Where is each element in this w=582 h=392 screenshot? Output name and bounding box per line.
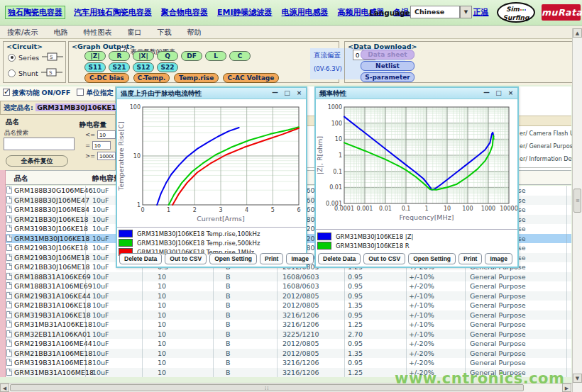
circuit-box: <Circuit> SeriesSShuntS	[3, 41, 66, 83]
menu-item-3[interactable]: 特性图表	[83, 28, 111, 38]
scroll-right-icon[interactable]: ▶	[562, 383, 571, 392]
graph-button-s11[interactable]: S11	[84, 62, 106, 72]
partname-search-input[interactable]	[4, 138, 75, 150]
scroll-up-icon[interactable]: ▲	[573, 28, 582, 38]
circuit-option-shunt[interactable]: ShuntS	[8, 67, 62, 79]
image-button[interactable]: Image	[286, 253, 314, 264]
language-select[interactable]: Chinese	[410, 6, 460, 18]
svg-text:1: 1	[424, 206, 428, 212]
cell-thick: 0.95	[348, 340, 363, 347]
svg-text:6: 6	[297, 207, 300, 213]
delete-data-button[interactable]: Delete Data	[318, 253, 361, 264]
graph-button-s22[interactable]: S22	[157, 62, 178, 72]
cell-volt: 10	[158, 301, 166, 309]
cell-gp: General Purpose	[470, 349, 526, 357]
circuit-title: <Circuit>	[6, 43, 43, 50]
graph-button-c-dc-bias[interactable]: C-DC bias	[84, 73, 129, 83]
language-dropdown-arrow-icon[interactable]: ▼	[460, 6, 472, 18]
graph-button-s21[interactable]: S21	[109, 62, 130, 72]
cell-thick: 0.95	[348, 311, 363, 319]
vertical-scrollbar[interactable]: ▲ ≡ ▼	[572, 28, 582, 392]
document-icon	[6, 225, 12, 232]
maximize-icon[interactable]: □	[282, 89, 292, 97]
nav-link-5[interactable]: 电源用电感器	[282, 7, 329, 18]
cell-size: 3216/1206	[282, 320, 319, 328]
print-button[interactable]: Print	[459, 253, 482, 264]
cell-gp: General Purpose	[470, 311, 526, 319]
menu-item-4[interactable]: 窗口	[127, 28, 141, 38]
nav-link-4[interactable]: EMI静噪滤波器	[217, 7, 273, 18]
out-to-csv-button[interactable]: Out to CSV	[363, 253, 405, 264]
horizontal-scroll-thumb[interactable]: ⁞⁞	[10, 384, 524, 391]
graph-button--x-[interactable]: |X|	[133, 51, 154, 61]
document-icon	[6, 301, 12, 308]
svg-text:Current[Arms]: Current[Arms]	[197, 215, 245, 223]
scroll-left-icon[interactable]: ◀	[0, 383, 9, 392]
cap-filter-input[interactable]	[92, 141, 111, 150]
document-icon	[6, 186, 12, 194]
minimize-icon[interactable]: ー	[482, 89, 491, 97]
scroll-down-icon[interactable]: ▼	[573, 374, 582, 383]
horizontal-scrollbar[interactable]: ◀ ⁞⁞ ▶	[0, 383, 572, 392]
cell-temp: B	[226, 359, 231, 366]
open-setting-button[interactable]: Open Setting	[408, 253, 456, 264]
frequency-chart-window: 频率特性 ー□× 0.0010.010.111010010000.00010.0…	[314, 86, 519, 268]
cell-volt: 10	[158, 349, 166, 357]
graph-button-q[interactable]: Q	[157, 51, 178, 61]
download-button-data-sheet: Data sheet	[361, 50, 414, 60]
cell-gp: General Purpose	[470, 273, 526, 281]
graph-button-r[interactable]: R	[109, 51, 130, 61]
graph-button-c[interactable]: C	[229, 51, 251, 61]
svg-text:0.0001: 0.0001	[334, 206, 354, 212]
menu-item-5[interactable]: 下载	[157, 28, 171, 38]
graph-button-temp-rise[interactable]: Temp.rise	[174, 73, 219, 83]
maximize-icon[interactable]: □	[494, 89, 503, 97]
graph-button-l[interactable]: L	[205, 51, 226, 61]
vertical-scroll-thumb[interactable]: ≡	[573, 189, 581, 213]
window-titlebar[interactable]: 频率特性 ー□×	[316, 88, 517, 99]
menu-item-6[interactable]: 帮助	[187, 28, 201, 38]
column-header-partname: 品名	[14, 174, 28, 184]
dc-bias-label: 直流偏置	[314, 51, 341, 60]
close-icon[interactable]: ×	[295, 89, 304, 97]
print-button[interactable]: Print	[260, 253, 283, 264]
menu-item-1[interactable]: 搜索/表示	[7, 28, 38, 38]
menu-item-2[interactable]: 电路	[53, 28, 67, 38]
nav-link-3[interactable]: 聚合物电容器	[161, 7, 208, 18]
out-to-csv-button[interactable]: Out to CSV	[165, 253, 207, 264]
nav-link-2[interactable]: 汽车用独石陶瓷电容器	[74, 7, 152, 18]
delete-data-button[interactable]: Delete Data	[119, 253, 162, 264]
download-button-s-parameter[interactable]: S-parameter	[361, 72, 414, 82]
graph-button-c-ac-voltage[interactable]: C-AC Voltage	[223, 73, 279, 83]
document-icon	[6, 206, 12, 213]
graph-button--z-[interactable]: |Z|	[84, 51, 106, 61]
cap-filter-row-1: <=	[85, 130, 116, 139]
open-setting-button[interactable]: Open Setting	[209, 253, 257, 264]
document-icon	[6, 349, 12, 357]
svg-text:Temperature Rise[C]: Temperature Rise[C]	[117, 121, 125, 191]
minimize-icon[interactable]: ー	[270, 89, 280, 97]
window-titlebar[interactable]: 温度上升由于脉动电流特性 ー□×	[117, 88, 306, 99]
legend-label: GRM31MB30J106KE18 Temp.rise,100kHz	[137, 230, 260, 237]
unit-spec-checkbox[interactable]: 单位指定	[77, 89, 113, 96]
search-toggle-checkbox[interactable]: 搜索功能 ON/OFF	[3, 89, 70, 96]
circuit-option-series[interactable]: SeriesS	[8, 52, 63, 63]
cap-filter-input[interactable]	[97, 152, 116, 160]
nav-link-8[interactable]: 正温	[473, 7, 489, 18]
cell-temp: B	[226, 330, 231, 338]
nav-link-1[interactable]: 独石陶瓷电容器	[6, 6, 65, 18]
row-marker-strip	[0, 170, 6, 377]
cap-filter-input[interactable]	[97, 130, 116, 139]
close-icon[interactable]: ×	[506, 89, 515, 97]
simsurfing-logo: Sim Surfing	[497, 2, 535, 23]
reset-conditions-button[interactable]: 全条件复位	[6, 155, 68, 167]
image-button[interactable]: Image	[485, 253, 512, 264]
graph-button-c-temp-[interactable]: C-Temp.	[133, 73, 170, 83]
graph-button-df[interactable]: DF	[181, 51, 202, 61]
cell-name: GRM188B30J106ME84	[14, 206, 89, 213]
svg-text:0.01: 0.01	[329, 184, 342, 191]
simsurfing-logo-dots	[520, 6, 526, 13]
download-button-netlist[interactable]: Netlist	[361, 61, 414, 71]
graph-button-s12[interactable]: S12	[133, 62, 154, 72]
circuit-option-label: Series	[18, 54, 39, 62]
